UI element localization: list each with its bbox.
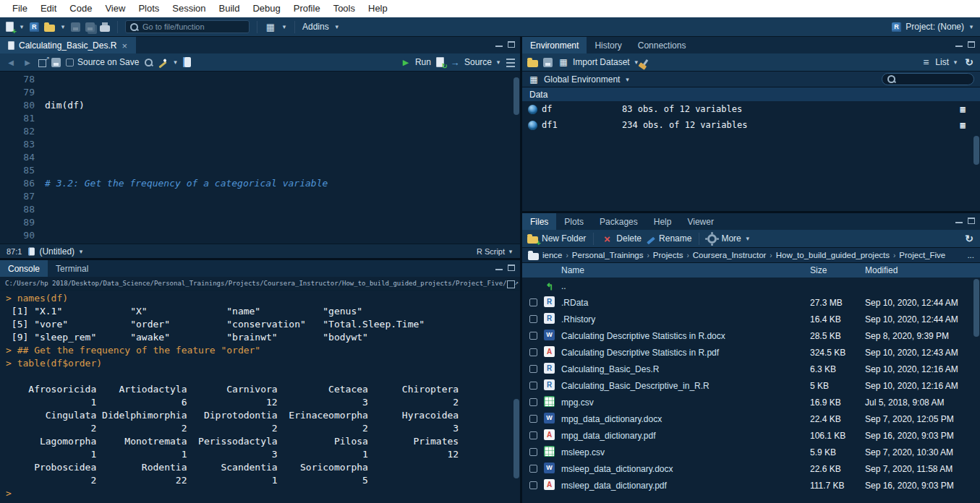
menu-debug[interactable]: Debug <box>246 0 286 17</box>
refresh-icon[interactable] <box>963 56 975 68</box>
open-file-caret-icon[interactable] <box>60 21 66 33</box>
save-icon[interactable] <box>71 22 80 32</box>
file-row[interactable]: mpg.csv 16.9 KB Jul 5, 2018, 9:08 AM <box>522 394 980 410</box>
clear-objects-icon[interactable] <box>642 59 648 65</box>
file-checkbox[interactable] <box>529 298 537 306</box>
minimize-pane-icon[interactable] <box>955 41 963 47</box>
file-row[interactable]: mpg_data_dictionary.docx 22.4 KB Sep 7, … <box>522 410 980 427</box>
file-name[interactable]: mpg_data_dictionary.docx <box>561 414 810 424</box>
menu-code[interactable]: Code <box>63 0 98 17</box>
compile-report-icon[interactable] <box>183 57 191 67</box>
code-tools-icon[interactable] <box>159 61 167 68</box>
tab-history[interactable]: History <box>587 37 629 53</box>
maximize-pane-icon[interactable] <box>508 41 515 48</box>
file-checkbox[interactable] <box>529 332 537 340</box>
file-checkbox[interactable] <box>529 315 537 323</box>
object-name[interactable]: df <box>542 104 618 114</box>
file-row[interactable]: Calculating Descriptive Statistics in R.… <box>522 344 980 361</box>
file-name[interactable]: Calculating_Basic_Des.R <box>561 364 810 374</box>
file-name[interactable]: Calculating Descriptive Statistics in R.… <box>561 331 810 341</box>
menu-profile[interactable]: Profile <box>287 0 327 17</box>
open-file-icon[interactable] <box>44 25 55 32</box>
tab-viewer[interactable]: Viewer <box>679 213 721 230</box>
file-checkbox[interactable] <box>529 431 537 439</box>
source-on-save-toggle[interactable]: Source on Save <box>66 57 139 67</box>
menu-tools[interactable]: Tools <box>327 0 362 17</box>
tab-connections[interactable]: Connections <box>630 37 694 53</box>
breadcrumb-item[interactable]: Coursera_Instructor <box>693 251 767 259</box>
new-file-icon[interactable] <box>6 22 14 32</box>
file-row[interactable]: msleep_data_dictionary.pdf 111.7 KB Sep … <box>522 477 980 494</box>
column-name[interactable]: Name <box>561 265 810 275</box>
breadcrumb-item[interactable]: Personal_Trainings <box>572 251 644 259</box>
addins-button[interactable]: Addins <box>302 22 329 32</box>
save-all-icon[interactable] <box>85 22 95 32</box>
environment-object-row[interactable]: df 83 obs. of 12 variables <box>522 101 980 117</box>
menu-build[interactable]: Build <box>213 0 247 17</box>
source-button[interactable]: Source <box>449 56 501 68</box>
project-selector[interactable]: Project: (None) <box>892 21 974 33</box>
maximize-pane-icon[interactable] <box>968 218 975 224</box>
file-name[interactable]: .Rhistory <box>561 314 810 324</box>
refresh-icon[interactable] <box>963 233 975 244</box>
goto-file-input[interactable] <box>142 22 244 31</box>
tab-environment[interactable]: Environment <box>522 37 587 53</box>
view-mode-selector[interactable]: List <box>920 56 958 68</box>
console-scrollbar[interactable] <box>514 399 519 478</box>
environment-search-input[interactable] <box>899 75 964 84</box>
file-checkbox[interactable] <box>529 448 537 456</box>
tab-packages[interactable]: Packages <box>592 213 646 230</box>
new-file-caret-icon[interactable] <box>19 21 25 33</box>
breadcrumb-item[interactable]: Projects <box>653 251 683 259</box>
open-in-window-icon[interactable] <box>38 59 46 67</box>
more-button[interactable]: More <box>707 233 750 244</box>
open-in-new-icon[interactable] <box>507 280 515 288</box>
environment-object-row[interactable]: df1 234 obs. of 12 variables <box>522 117 980 133</box>
tab-plots[interactable]: Plots <box>556 213 592 230</box>
file-row[interactable]: .RData 27.3 MB Sep 10, 2020, 12:44 AM <box>522 294 980 311</box>
files-scrollbar[interactable] <box>973 279 979 337</box>
scope-selector[interactable]: Global Environment <box>544 74 620 85</box>
scope-caret-icon[interactable] <box>624 74 630 85</box>
rename-button[interactable]: Rename <box>647 233 691 244</box>
save-source-icon[interactable] <box>51 58 61 67</box>
pane-layout-caret-icon[interactable] <box>281 21 287 33</box>
file-checkbox[interactable] <box>529 382 537 390</box>
column-size[interactable]: Size <box>810 265 865 275</box>
file-name[interactable]: msleep_data_dictionary.docx <box>561 464 810 474</box>
code-tools-caret-icon[interactable] <box>172 56 178 68</box>
maximize-pane-icon[interactable] <box>508 265 515 271</box>
file-name[interactable]: msleep_data_dictionary.pdf <box>561 481 810 491</box>
load-workspace-icon[interactable] <box>527 60 538 67</box>
file-row[interactable]: Calculating_Basic_Des.R 6.3 KB Sep 10, 2… <box>522 361 980 377</box>
menu-plots[interactable]: Plots <box>132 0 166 17</box>
minimize-pane-icon[interactable] <box>955 218 963 223</box>
file-type-selector[interactable]: R Script <box>477 246 514 257</box>
file-row[interactable]: msleep.csv 5.9 KB Sep 7, 2020, 10:30 AM <box>522 444 980 460</box>
file-row[interactable]: msleep_data_dictionary.docx 22.6 KB Sep … <box>522 460 980 477</box>
view-data-icon[interactable] <box>957 119 968 131</box>
code-editor[interactable]: 7879 8081 8283 8485 8687 8889 90 dim(df)… <box>0 72 520 244</box>
breadcrumb-item[interactable]: How_to_build_guided_projects <box>776 251 890 259</box>
back-icon[interactable] <box>5 56 17 68</box>
delete-button[interactable]: Delete <box>601 233 642 244</box>
find-replace-icon[interactable] <box>144 58 153 67</box>
file-checkbox[interactable] <box>529 415 537 423</box>
rerun-icon[interactable] <box>436 57 444 67</box>
file-name[interactable]: mpg.csv <box>561 397 810 408</box>
menu-help[interactable]: Help <box>362 0 394 17</box>
breadcrumb-overflow[interactable]: ... <box>967 251 974 259</box>
document-outline-icon[interactable] <box>506 59 515 67</box>
file-row[interactable]: Calculating Descriptive Statistics in R.… <box>522 327 980 344</box>
save-workspace-icon[interactable] <box>543 58 553 67</box>
file-checkbox[interactable] <box>529 398 537 406</box>
file-name[interactable]: .. <box>561 281 810 291</box>
breadcrumb-item[interactable]: Project_Five <box>899 251 945 259</box>
source-on-save-checkbox[interactable] <box>66 59 74 66</box>
file-checkbox[interactable] <box>529 348 537 356</box>
menu-edit[interactable]: Edit <box>34 0 63 17</box>
new-project-icon[interactable] <box>30 22 39 32</box>
new-folder-button[interactable]: New Folder <box>527 233 586 244</box>
menu-view[interactable]: View <box>98 0 132 17</box>
file-row[interactable]: .Rhistory 16.4 KB Sep 10, 2020, 12:44 AM <box>522 311 980 327</box>
